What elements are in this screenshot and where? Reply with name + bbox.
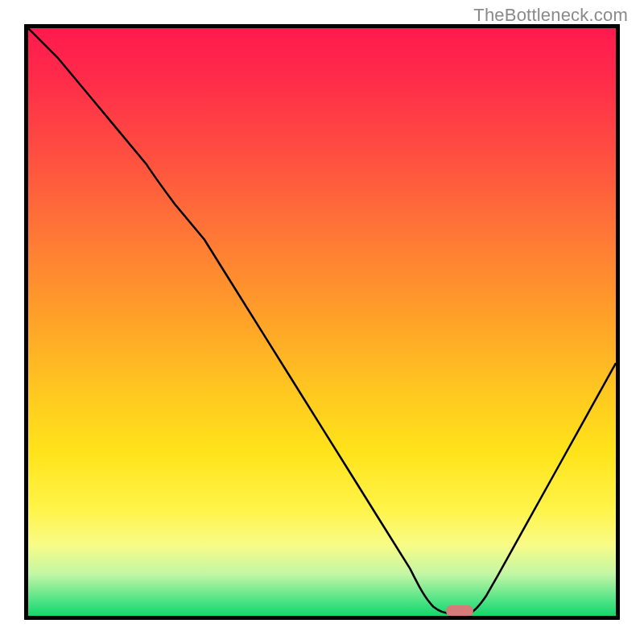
axis-left — [24, 24, 28, 620]
axis-bottom — [24, 616, 620, 620]
optimal-marker — [446, 605, 473, 617]
attribution-text: TheBottleneck.com — [473, 5, 628, 26]
axis-right — [616, 24, 620, 620]
bottleneck-curve — [28, 28, 616, 613]
curve-layer — [28, 28, 616, 616]
axis-top — [24, 24, 620, 28]
chart-root: TheBottleneck.com — [0, 0, 644, 644]
